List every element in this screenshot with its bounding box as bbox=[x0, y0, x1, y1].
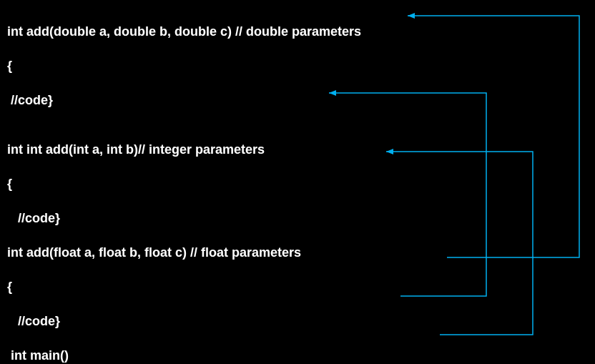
code-line: //code} bbox=[7, 91, 405, 110]
token: int add(int a, int b) bbox=[26, 142, 138, 157]
code-line: //code} bbox=[7, 209, 405, 228]
code-line: { bbox=[7, 277, 405, 297]
code-line: { bbox=[7, 174, 405, 194]
code-line: int add(double a, double b, double c) //… bbox=[7, 22, 405, 41]
code-line: //code} bbox=[7, 312, 405, 331]
code-block: int add(double a, double b, double c) //… bbox=[7, 7, 405, 364]
code-line: { bbox=[7, 56, 405, 76]
token: int bbox=[7, 142, 26, 157]
code-line: int int add(int a, int b)// integer para… bbox=[7, 140, 405, 159]
svg-marker-0 bbox=[408, 13, 415, 19]
code-line: int add(float a, float b, float c) // fl… bbox=[7, 243, 405, 262]
code-line: int main() bbox=[7, 346, 405, 364]
token: // integer parameters bbox=[138, 142, 265, 157]
